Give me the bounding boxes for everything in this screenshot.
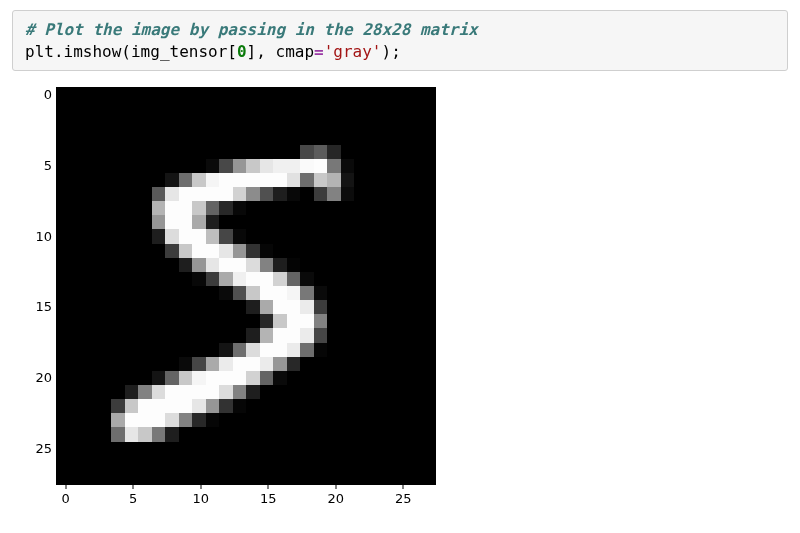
x-tick-mark [65,485,66,489]
x-tick-mark [133,485,134,489]
x-tick-label: 10 [192,491,209,506]
y-axis: 0510152025 [26,87,56,483]
tok-str-open: ' [324,42,334,61]
tok-plt: plt [25,42,54,61]
x-axis: 0510152025 [58,485,438,509]
tok-cmap: cmap [276,42,315,61]
tok-img-tensor: img_tensor [131,42,227,61]
x-tick-mark [403,485,404,489]
tok-rparen: ) [381,42,391,61]
y-tick-label: 20 [35,370,52,385]
tok-dot: . [54,42,64,61]
y-tick-label: 0 [44,87,52,102]
y-tick-label: 15 [35,299,52,314]
x-tick-label: 5 [129,491,137,506]
heatmap-image [57,88,435,484]
x-tick-mark [335,485,336,489]
tok-equals: = [314,42,324,61]
heatmap-axes [56,87,436,485]
notebook-page: # Plot the image by passing in the 28x28… [0,0,800,533]
tok-lparen: ( [121,42,131,61]
code-comment: # Plot the image by passing in the 28x28… [25,20,478,39]
x-tick-mark [268,485,269,489]
y-tick-label: 5 [44,157,52,172]
tok-str-gray: gray [333,42,372,61]
tok-rbracket: ] [247,42,257,61]
y-tick-label: 10 [35,228,52,243]
tok-semi: ; [391,42,401,61]
x-tick-label: 0 [62,491,70,506]
code-cell[interactable]: # Plot the image by passing in the 28x28… [12,10,788,71]
tok-comma: , [256,42,275,61]
x-tick-mark [200,485,201,489]
x-tick-label: 20 [327,491,344,506]
tok-zero: 0 [237,42,247,61]
tok-lbracket: [ [227,42,237,61]
x-tick-label: 15 [260,491,277,506]
x-tick-label: 25 [395,491,412,506]
plot-output: 0510152025 0510152025 [26,87,436,509]
y-tick-label: 25 [35,440,52,455]
tok-imshow: imshow [64,42,122,61]
